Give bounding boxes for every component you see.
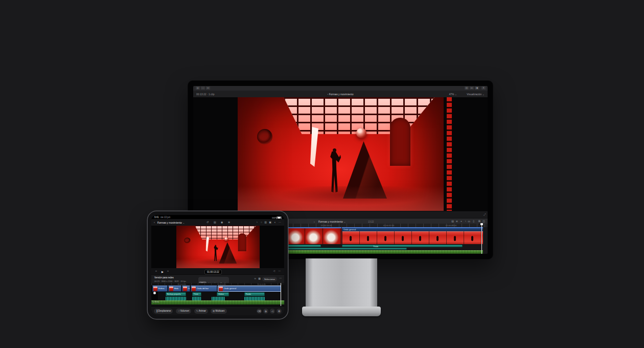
arch-doorway [238,233,246,251]
connected-clip[interactable]: Globos [217,292,229,296]
video-frame [238,97,444,211]
floor-reflection [238,186,444,211]
connected-clip-titulo[interactable]: Título [342,245,463,247]
clip-onda-general-selected[interactable]: Onda general [218,286,281,292]
ipad-bottom-toolbar: ▐ Desplazarse ◁ Volumen ↻ Animar ▦ Multi… [151,306,284,315]
appearance-icon[interactable]: ▭ [468,220,470,223]
film-light-strip [446,97,453,211]
index-icon[interactable]: ▤ [451,220,454,223]
more-icon[interactable]: ⋯ [279,221,281,224]
chevron-down-icon: ⌄ [182,221,185,224]
person-head [215,245,216,246]
play-icon[interactable]: ▶ [162,270,164,273]
transitions-icon[interactable]: ⊞ [478,220,480,223]
connected-clip[interactable]: Título [192,292,201,296]
delete-icon[interactable]: ⌫ [257,309,262,314]
volume-button[interactable]: ◁ Volumen [176,309,191,314]
browser-toggle-icon[interactable]: ▥ [264,221,267,224]
red-room-video [176,226,260,268]
multicam-button[interactable]: ▦ Multicam [211,309,227,314]
panel-title: Versión para redes [154,276,174,279]
ruler-tick: 01:00:32:00 [383,224,394,227]
render-status-icon[interactable]: ◔ [256,221,258,224]
connected-audio-waveform[interactable] [192,297,201,300]
fullscreen-icon[interactable]: ⤢ [484,213,486,216]
browser-toggle-icon[interactable]: ◫ [465,86,469,90]
clip-title-bar: Onda general [342,228,483,231]
clip-bola[interactable]: Bola [168,286,181,292]
zoom-menu[interactable]: 47% ⌄ [449,93,457,96]
mute-icon[interactable]: ◁ [270,309,275,314]
clip-esfera[interactable]: Esfera [152,286,168,292]
duplicate-icon[interactable]: ⧉ [263,309,268,314]
undo-icon[interactable]: ↺ [206,221,209,224]
viewer-canvas[interactable] [193,97,488,211]
clip-thumbnail [169,287,173,291]
media-browser-icon[interactable]: ▤ [214,221,216,224]
connected-audio-waveform[interactable] [166,297,186,300]
audio-meters-icon[interactable]: ≋ [456,220,458,223]
video-clip-onda-general[interactable]: Onda general [342,227,483,244]
more-icon[interactable]: ⋯ [280,277,282,280]
overlay-icon[interactable]: ▦ [258,277,261,280]
connected-audio-waveform[interactable] [212,297,225,300]
add-tool-icon[interactable]: + [461,220,462,223]
music-clip-label: La fiesta [152,301,159,303]
audio-dot-icon [153,292,156,294]
viewer-toggle-icon[interactable]: ▣ [269,221,271,224]
chevron-down-icon: ⌄ [482,93,485,96]
connected-audio-waveform[interactable] [244,297,265,300]
scrub-button[interactable]: ▐ Desplazarse [154,309,173,314]
ipad-transport: ‹‹ ▶ ›› 01:00:13:22 ◁ ⋯ [151,268,284,274]
ipad: 9:41 vie 13 jun 100% ‹ Formas y movimien… [148,211,288,319]
timeline-toggle-icon[interactable]: ▭ [470,86,474,90]
ruler-tick: 01:00:24:00 [218,284,226,286]
previous-icon[interactable]: ‹‹ [155,270,157,273]
connected-clip[interactable]: Burbuja pequeña [166,292,186,296]
share-icon[interactable]: ↥ [481,86,486,90]
next-icon[interactable]: ›› [167,270,169,273]
clip-thumbnail [192,287,196,291]
ruler-tick: 01:00:40:00 [258,284,266,286]
tasks-icon[interactable]: ⊗ [228,221,230,224]
ipad-video-frame [176,226,260,268]
ipad-timeline[interactable]: 01:00:08:00 01:00:24:00 01:00:40:00 Esfe… [151,283,284,306]
back-chevron-icon[interactable]: ‹ [314,220,315,223]
audio-icon[interactable]: ◁ [273,270,275,273]
animate-button[interactable]: ↻ Animar [194,309,208,314]
trim-icon[interactable]: ◔ [465,220,466,223]
focus-icon[interactable]: ○ [261,221,262,224]
import-icon[interactable]: ↓ [201,86,205,90]
playhead-handle[interactable] [480,223,483,225]
link-icon[interactable]: ∞ [254,277,256,280]
music-clip[interactable]: La fiesta [151,300,284,304]
fcp-ipad-screen: 9:41 vie 13 jun 100% ‹ Formas y movimien… [151,215,284,315]
playhead[interactable] [481,224,482,254]
timeline-project-menu[interactable]: Formas y movimiento ⌄ [318,220,346,223]
ipad-timeline-ruler[interactable]: 01:00:08:00 01:00:24:00 01:00:40:00 [151,283,284,285]
inspector-toggle-icon[interactable]: ◨ [475,86,479,90]
mic-icon[interactable]: ◉ [221,221,223,224]
ipad-project-menu[interactable]: Formas y movimiento ⌄ [157,221,185,224]
clip-onda-del-bar[interactable]: Onda del bar [191,286,217,292]
effects-icon[interactable]: ▯ [473,220,474,223]
select-button[interactable]: Seleccionar [262,277,277,281]
more-icon[interactable]: ⋯ [279,270,281,273]
ipad-playhead[interactable] [281,283,281,306]
settings-icon[interactable]: ⚙ [277,309,282,314]
inspector-toggle-icon[interactable]: ◐ [274,221,276,224]
clip-label: Giro [188,287,190,290]
libraries-icon[interactable]: ◎ [196,86,200,90]
view-menu[interactable]: Visualización ⌄ [467,93,485,96]
ipad-status-bar: 9:41 vie 13 jun 100% [151,215,284,219]
back-chevron-icon[interactable]: ‹ [154,221,155,224]
clip-label: Onda del bar [197,287,209,290]
clip-giro[interactable]: Giro [182,286,190,292]
ruler-tick: 01:00:08:00 [178,284,186,286]
snapping-icon[interactable]: ◫ [482,220,485,223]
connected-clip[interactable]: Fondo [244,292,265,296]
timeline-duration: 13:22 [368,221,374,223]
ipad-timecode[interactable]: 01:00:13:22 [204,270,222,274]
ipad-viewer[interactable] [151,226,284,268]
keyword-icon[interactable]: ⌗ [206,86,210,90]
